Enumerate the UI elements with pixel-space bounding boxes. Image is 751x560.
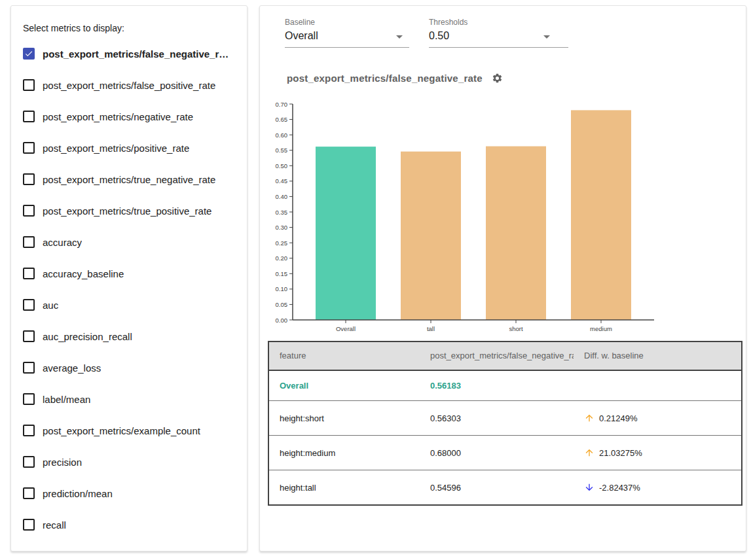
dropdown-arrow-icon <box>543 35 550 39</box>
checkbox-unchecked-icon[interactable] <box>23 236 35 248</box>
metric-checkbox-item[interactable]: post_export_metrics/example_count <box>23 415 238 446</box>
svg-text:Overall: Overall <box>336 325 356 332</box>
metric-label: post_export_metrics/false_negative_r… <box>43 48 229 60</box>
checkbox-unchecked-icon[interactable] <box>23 268 35 279</box>
bar-medium[interactable] <box>571 110 631 320</box>
checkbox-unchecked-icon[interactable] <box>23 142 35 154</box>
bar-short[interactable] <box>486 147 546 320</box>
table-row-height:medium[interactable]: height:medium0.6800021.03275% <box>269 435 741 470</box>
baseline-dropdown-label: Baseline <box>285 18 409 27</box>
settings-gear-icon[interactable] <box>492 73 503 84</box>
svg-text:0.55: 0.55 <box>276 147 288 154</box>
svg-text:0.50: 0.50 <box>276 162 288 169</box>
metric-checkbox-item[interactable]: prediction/mean <box>23 478 238 509</box>
metric-checkbox-item[interactable]: precision <box>23 446 238 478</box>
column-header-metric-value: post_export_metrics/false_negative_rat… <box>420 342 574 370</box>
checkbox-unchecked-icon[interactable] <box>23 425 35 436</box>
metric-list: post_export_metrics/false_negative_r…pos… <box>23 38 238 540</box>
metrics-table: feature post_export_metrics/false_negati… <box>268 341 742 506</box>
dropdown-arrow-icon <box>396 35 403 39</box>
checkbox-checked-icon[interactable] <box>23 48 35 60</box>
table-row-Overall[interactable]: Overall0.56183 <box>269 371 741 400</box>
metric-value-cell: 0.56183 <box>420 381 574 391</box>
metric-label: accuracy <box>43 237 82 248</box>
metric-checkbox-item[interactable]: accuracy <box>23 226 238 258</box>
checkbox-unchecked-icon[interactable] <box>23 456 35 468</box>
metric-value-cell: 0.54596 <box>420 483 574 493</box>
baseline-dropdown[interactable]: Baseline Overall <box>285 18 409 48</box>
metric-checkbox-item[interactable]: average_loss <box>23 352 238 383</box>
checkbox-unchecked-icon[interactable] <box>23 173 35 185</box>
checkbox-unchecked-icon[interactable] <box>23 111 35 122</box>
feature-cell: height:short <box>269 413 420 423</box>
metrics-table-header: feature post_export_metrics/false_negati… <box>269 342 741 371</box>
metric-label: post_export_metrics/negative_rate <box>43 111 193 122</box>
metric-checkbox-item[interactable]: post_export_metrics/positive_rate <box>23 132 238 164</box>
metric-checkbox-item[interactable]: recall <box>23 509 238 540</box>
bar-Overall[interactable] <box>316 147 376 320</box>
metric-label: precision <box>43 457 82 468</box>
svg-text:0.15: 0.15 <box>276 270 288 277</box>
metric-value-cell: 0.68000 <box>420 448 574 458</box>
feature-cell: height:medium <box>269 448 420 458</box>
checkbox-unchecked-icon[interactable] <box>23 393 35 405</box>
chart-header: post_export_metrics/false_negative_rate <box>287 71 503 84</box>
feature-cell: Overall <box>269 381 420 391</box>
metric-checkbox-item[interactable]: auc <box>23 289 238 321</box>
chart-title: post_export_metrics/false_negative_rate <box>287 73 483 84</box>
metric-checkbox-item[interactable]: post_export_metrics/negative_rate <box>23 101 238 132</box>
diff-value: -2.82437% <box>599 483 640 493</box>
diff-cell: -2.82437% <box>574 482 741 493</box>
checkbox-unchecked-icon[interactable] <box>23 79 35 91</box>
checkbox-unchecked-icon[interactable] <box>23 487 35 499</box>
baseline-dropdown-value[interactable]: Overall <box>285 27 409 48</box>
checkbox-unchecked-icon[interactable] <box>23 362 35 374</box>
arrow-down-icon <box>584 482 595 493</box>
table-row-height:short[interactable]: height:short0.563030.21249% <box>269 400 741 435</box>
metric-label: post_export_metrics/true_negative_rate <box>43 174 215 185</box>
metric-checkbox-item[interactable]: post_export_metrics/false_negative_r… <box>23 38 238 69</box>
checkbox-unchecked-icon[interactable] <box>23 205 35 217</box>
checkbox-unchecked-icon[interactable] <box>23 519 35 531</box>
metric-checkbox-item[interactable]: accuracy_baseline <box>23 258 238 289</box>
column-header-diff: Diff. w. baseline <box>574 342 741 370</box>
metric-checkbox-item[interactable]: label/mean <box>23 383 238 415</box>
metric-label: recall <box>43 519 66 531</box>
thresholds-dropdown-value[interactable]: 0.50 <box>429 27 568 48</box>
diff-cell: 21.03275% <box>574 447 741 458</box>
svg-text:0.70: 0.70 <box>276 101 288 108</box>
svg-text:0.45: 0.45 <box>276 177 288 184</box>
metric-label: label/mean <box>43 394 90 405</box>
metric-label: post_export_metrics/false_positive_rate <box>43 80 215 91</box>
sidebar-title: Select metrics to display: <box>23 23 238 33</box>
svg-text:0.30: 0.30 <box>276 224 288 231</box>
metric-checkbox-item[interactable]: post_export_metrics/true_negative_rate <box>23 164 238 195</box>
metrics-sidebar: Select metrics to display: post_export_m… <box>10 5 247 551</box>
bar-tall[interactable] <box>401 152 461 320</box>
metric-checkbox-item[interactable]: post_export_metrics/false_positive_rate <box>23 69 238 101</box>
svg-text:0.35: 0.35 <box>276 209 288 216</box>
svg-text:0.20: 0.20 <box>276 254 288 262</box>
diff-value: 0.21249% <box>599 413 638 423</box>
metric-visualization-panel: Baseline Overall Thresholds 0.50 post_ex… <box>259 5 746 551</box>
checkbox-unchecked-icon[interactable] <box>23 299 35 311</box>
svg-text:0.00: 0.00 <box>276 317 288 324</box>
metric-bar-chart: 0.000.050.100.150.200.250.300.350.400.45… <box>273 96 666 337</box>
svg-text:0.25: 0.25 <box>276 239 288 247</box>
svg-text:tall: tall <box>427 325 435 332</box>
metric-label: post_export_metrics/true_positive_rate <box>43 205 211 217</box>
svg-text:0.40: 0.40 <box>276 193 288 200</box>
checkbox-unchecked-icon[interactable] <box>23 330 35 342</box>
bars <box>316 110 631 320</box>
svg-text:0.05: 0.05 <box>276 301 288 308</box>
svg-text:0.65: 0.65 <box>276 116 288 123</box>
metric-checkbox-item[interactable]: auc_precision_recall <box>23 321 238 352</box>
table-row-height:tall[interactable]: height:tall0.54596-2.82437% <box>269 470 741 504</box>
column-header-feature: feature <box>269 342 420 370</box>
metric-label: auc <box>43 300 58 311</box>
metric-label: prediction/mean <box>43 488 113 499</box>
metric-checkbox-item[interactable]: post_export_metrics/true_positive_rate <box>23 195 238 226</box>
metric-value-cell: 0.56303 <box>420 413 574 423</box>
metric-label: post_export_metrics/positive_rate <box>43 143 189 154</box>
thresholds-dropdown[interactable]: Thresholds 0.50 <box>429 18 568 48</box>
